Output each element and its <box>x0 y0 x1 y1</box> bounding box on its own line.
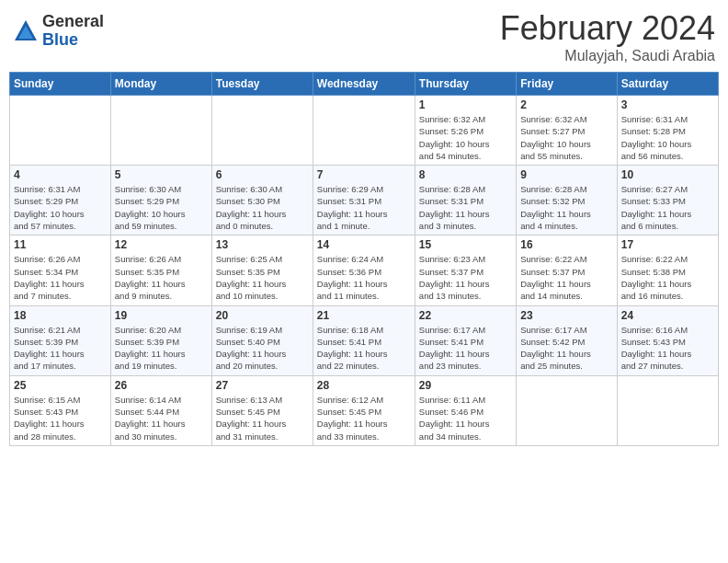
day-number: 12 <box>115 238 208 251</box>
calendar-cell <box>110 96 211 166</box>
day-info: Sunrise: 6:19 AM Sunset: 5:40 PM Dayligh… <box>216 324 309 373</box>
day-number: 14 <box>317 238 411 251</box>
calendar-cell: 1Sunrise: 6:32 AM Sunset: 5:26 PM Daylig… <box>415 96 516 166</box>
day-number: 4 <box>14 168 107 181</box>
day-info: Sunrise: 6:21 AM Sunset: 5:39 PM Dayligh… <box>14 324 107 373</box>
location-title: Mulayjah, Saudi Arabia <box>500 48 715 64</box>
day-number: 13 <box>216 238 309 251</box>
calendar-cell: 8Sunrise: 6:28 AM Sunset: 5:31 PM Daylig… <box>415 166 516 236</box>
calendar-cell: 16Sunrise: 6:22 AM Sunset: 5:37 PM Dayli… <box>517 236 617 305</box>
day-info: Sunrise: 6:20 AM Sunset: 5:39 PM Dayligh… <box>115 324 208 373</box>
day-info: Sunrise: 6:27 AM Sunset: 5:33 PM Dayligh… <box>621 183 714 232</box>
weekday-header-wednesday: Wednesday <box>313 73 415 96</box>
calendar-cell: 21Sunrise: 6:18 AM Sunset: 5:41 PM Dayli… <box>313 305 415 375</box>
calendar-table: SundayMondayTuesdayWednesdayThursdayFrid… <box>9 72 719 446</box>
logo-icon <box>13 18 39 44</box>
day-number: 10 <box>621 168 714 181</box>
calendar-cell: 11Sunrise: 6:26 AM Sunset: 5:34 PM Dayli… <box>10 236 111 305</box>
calendar-cell: 25Sunrise: 6:15 AM Sunset: 5:43 PM Dayli… <box>10 375 111 445</box>
day-number: 6 <box>216 168 309 181</box>
calendar-cell: 9Sunrise: 6:28 AM Sunset: 5:32 PM Daylig… <box>517 166 617 236</box>
weekday-header-sunday: Sunday <box>10 73 111 96</box>
day-number: 20 <box>216 309 309 322</box>
calendar-cell: 5Sunrise: 6:30 AM Sunset: 5:29 PM Daylig… <box>110 166 211 236</box>
calendar-cell: 29Sunrise: 6:11 AM Sunset: 5:46 PM Dayli… <box>415 375 516 445</box>
calendar-cell: 12Sunrise: 6:26 AM Sunset: 5:35 PM Dayli… <box>110 236 211 305</box>
weekday-header-thursday: Thursday <box>415 73 516 96</box>
calendar-week-row: 11Sunrise: 6:26 AM Sunset: 5:34 PM Dayli… <box>10 236 719 305</box>
calendar-cell: 20Sunrise: 6:19 AM Sunset: 5:40 PM Dayli… <box>211 305 313 375</box>
logo-text: General Blue <box>42 13 104 50</box>
day-info: Sunrise: 6:14 AM Sunset: 5:44 PM Dayligh… <box>115 394 208 442</box>
calendar-cell: 3Sunrise: 6:31 AM Sunset: 5:28 PM Daylig… <box>617 96 718 166</box>
day-info: Sunrise: 6:13 AM Sunset: 5:45 PM Dayligh… <box>216 394 309 442</box>
day-number: 1 <box>419 98 512 111</box>
day-info: Sunrise: 6:18 AM Sunset: 5:41 PM Dayligh… <box>317 324 411 373</box>
calendar-cell <box>517 375 617 445</box>
weekday-header-monday: Monday <box>110 73 211 96</box>
calendar-cell: 23Sunrise: 6:17 AM Sunset: 5:42 PM Dayli… <box>517 305 617 375</box>
day-info: Sunrise: 6:17 AM Sunset: 5:41 PM Dayligh… <box>419 324 512 373</box>
day-number: 17 <box>621 238 714 251</box>
day-info: Sunrise: 6:28 AM Sunset: 5:31 PM Dayligh… <box>419 183 512 232</box>
day-info: Sunrise: 6:16 AM Sunset: 5:43 PM Dayligh… <box>621 324 714 373</box>
calendar-week-row: 25Sunrise: 6:15 AM Sunset: 5:43 PM Dayli… <box>10 375 719 445</box>
page-header: General Blue February 2024 Mulayjah, Sau… <box>9 9 719 64</box>
day-number: 15 <box>419 238 512 251</box>
day-number: 22 <box>419 309 512 322</box>
day-info: Sunrise: 6:22 AM Sunset: 5:37 PM Dayligh… <box>520 253 612 302</box>
calendar-cell: 10Sunrise: 6:27 AM Sunset: 5:33 PM Dayli… <box>617 166 718 236</box>
calendar-cell: 14Sunrise: 6:24 AM Sunset: 5:36 PM Dayli… <box>313 236 415 305</box>
day-info: Sunrise: 6:17 AM Sunset: 5:42 PM Dayligh… <box>520 324 612 373</box>
calendar-week-row: 1Sunrise: 6:32 AM Sunset: 5:26 PM Daylig… <box>10 96 719 166</box>
day-number: 11 <box>14 238 107 251</box>
day-info: Sunrise: 6:25 AM Sunset: 5:35 PM Dayligh… <box>216 253 309 302</box>
day-number: 19 <box>115 309 208 322</box>
calendar-week-row: 4Sunrise: 6:31 AM Sunset: 5:29 PM Daylig… <box>10 166 719 236</box>
calendar-cell: 7Sunrise: 6:29 AM Sunset: 5:31 PM Daylig… <box>313 166 415 236</box>
weekday-header-saturday: Saturday <box>617 73 718 96</box>
day-info: Sunrise: 6:22 AM Sunset: 5:38 PM Dayligh… <box>621 253 714 302</box>
title-block: February 2024 Mulayjah, Saudi Arabia <box>500 9 715 64</box>
month-title: February 2024 <box>500 9 715 48</box>
calendar-cell: 24Sunrise: 6:16 AM Sunset: 5:43 PM Dayli… <box>617 305 718 375</box>
day-number: 21 <box>317 309 411 322</box>
day-number: 24 <box>621 309 714 322</box>
day-number: 3 <box>621 98 714 111</box>
day-number: 25 <box>14 379 107 392</box>
calendar-cell: 19Sunrise: 6:20 AM Sunset: 5:39 PM Dayli… <box>110 305 211 375</box>
day-info: Sunrise: 6:12 AM Sunset: 5:45 PM Dayligh… <box>317 394 411 442</box>
calendar-cell: 28Sunrise: 6:12 AM Sunset: 5:45 PM Dayli… <box>313 375 415 445</box>
calendar-cell: 2Sunrise: 6:32 AM Sunset: 5:27 PM Daylig… <box>517 96 617 166</box>
day-info: Sunrise: 6:24 AM Sunset: 5:36 PM Dayligh… <box>317 253 411 302</box>
day-info: Sunrise: 6:15 AM Sunset: 5:43 PM Dayligh… <box>14 394 107 442</box>
logo-general: General <box>42 13 104 31</box>
day-number: 27 <box>216 379 309 392</box>
weekday-header-tuesday: Tuesday <box>211 73 313 96</box>
logo-blue: Blue <box>42 31 104 50</box>
calendar-cell <box>617 375 718 445</box>
day-number: 5 <box>115 168 208 181</box>
day-number: 9 <box>520 168 612 181</box>
day-info: Sunrise: 6:11 AM Sunset: 5:46 PM Dayligh… <box>419 394 512 442</box>
calendar-cell: 4Sunrise: 6:31 AM Sunset: 5:29 PM Daylig… <box>10 166 111 236</box>
day-info: Sunrise: 6:31 AM Sunset: 5:29 PM Dayligh… <box>14 183 107 232</box>
day-number: 28 <box>317 379 411 392</box>
calendar-cell: 13Sunrise: 6:25 AM Sunset: 5:35 PM Dayli… <box>211 236 313 305</box>
day-number: 7 <box>317 168 411 181</box>
day-info: Sunrise: 6:29 AM Sunset: 5:31 PM Dayligh… <box>317 183 411 232</box>
calendar-cell: 6Sunrise: 6:30 AM Sunset: 5:30 PM Daylig… <box>211 166 313 236</box>
day-number: 26 <box>115 379 208 392</box>
day-number: 18 <box>14 309 107 322</box>
calendar-cell: 27Sunrise: 6:13 AM Sunset: 5:45 PM Dayli… <box>211 375 313 445</box>
day-number: 23 <box>520 309 612 322</box>
calendar-week-row: 18Sunrise: 6:21 AM Sunset: 5:39 PM Dayli… <box>10 305 719 375</box>
logo: General Blue <box>13 13 104 50</box>
day-number: 16 <box>520 238 612 251</box>
day-info: Sunrise: 6:26 AM Sunset: 5:34 PM Dayligh… <box>14 253 107 302</box>
calendar-cell: 26Sunrise: 6:14 AM Sunset: 5:44 PM Dayli… <box>110 375 211 445</box>
day-info: Sunrise: 6:26 AM Sunset: 5:35 PM Dayligh… <box>115 253 208 302</box>
day-info: Sunrise: 6:32 AM Sunset: 5:26 PM Dayligh… <box>419 113 512 162</box>
calendar-cell: 18Sunrise: 6:21 AM Sunset: 5:39 PM Dayli… <box>10 305 111 375</box>
calendar-cell <box>10 96 111 166</box>
